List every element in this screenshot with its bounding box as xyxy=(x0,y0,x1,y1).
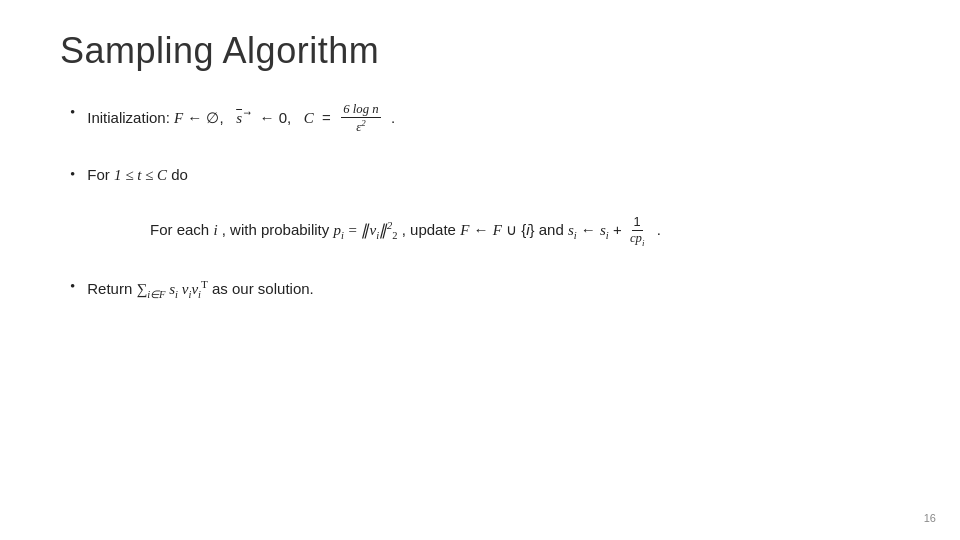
bullet-dot-2: • xyxy=(70,166,75,183)
bullet-for-loop: • For 1 ≤ t ≤ C do xyxy=(70,164,900,187)
slide: Sampling Algorithm • Initialization: F ←… xyxy=(0,0,960,540)
bullet-text-return: Return ∑i∈F si viviT as our solution. xyxy=(87,276,313,303)
bullet-text-initialization: Initialization: F ← ∅, s ⃗ ← 0, C = 6 lo… xyxy=(87,102,395,136)
bullet-return: • Return ∑i∈F si viviT as our solution. xyxy=(70,276,900,303)
bullet-initialization: • Initialization: F ← ∅, s ⃗ ← 0, C = 6 … xyxy=(70,102,900,136)
bullet-text-for-loop: For 1 ≤ t ≤ C do xyxy=(87,164,188,187)
bullet-dot-1: • xyxy=(70,104,75,121)
slide-title: Sampling Algorithm xyxy=(60,30,900,72)
bullet-sub-for-each: For each i , with probability pi = ‖vi‖2… xyxy=(150,214,900,248)
page-number: 16 xyxy=(924,512,936,524)
bullet-dot-3: • xyxy=(70,278,75,295)
slide-content: • Initialization: F ← ∅, s ⃗ ← 0, C = 6 … xyxy=(60,102,900,303)
